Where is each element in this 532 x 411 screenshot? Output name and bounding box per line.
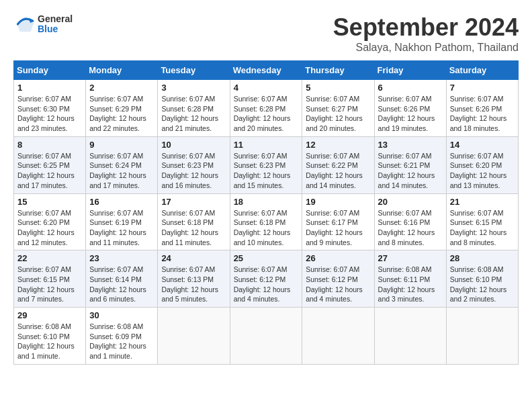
table-row: 21Sunrise: 6:07 AM Sunset: 6:15 PM Dayli… [446, 193, 518, 250]
day-number: 21 [450, 197, 515, 207]
calendar-week-row: 1Sunrise: 6:07 AM Sunset: 6:30 PM Daylig… [14, 80, 519, 137]
logo: General Blue [13, 13, 73, 35]
day-info: Sunrise: 6:07 AM Sunset: 6:20 PM Dayligh… [450, 151, 515, 191]
day-number: 4 [234, 83, 299, 93]
day-info: Sunrise: 6:07 AM Sunset: 6:18 PM Dayligh… [234, 208, 299, 248]
logo-general-text: General [38, 14, 73, 24]
table-row: 17Sunrise: 6:07 AM Sunset: 6:18 PM Dayli… [158, 193, 230, 250]
calendar-week-row: 15Sunrise: 6:07 AM Sunset: 6:20 PM Dayli… [14, 193, 519, 250]
day-info: Sunrise: 6:07 AM Sunset: 6:26 PM Dayligh… [378, 94, 443, 134]
table-row [158, 308, 230, 365]
day-info: Sunrise: 6:07 AM Sunset: 6:23 PM Dayligh… [234, 151, 299, 191]
day-info: Sunrise: 6:07 AM Sunset: 6:15 PM Dayligh… [450, 208, 515, 248]
table-row: 4Sunrise: 6:07 AM Sunset: 6:28 PM Daylig… [230, 80, 302, 137]
table-row: 22Sunrise: 6:07 AM Sunset: 6:15 PM Dayli… [14, 250, 86, 308]
page-header: General Blue September 2024 Salaya, Nakh… [13, 13, 519, 54]
day-number: 16 [89, 197, 154, 207]
table-row: 20Sunrise: 6:07 AM Sunset: 6:16 PM Dayli… [374, 193, 446, 250]
day-number: 15 [17, 197, 82, 207]
day-info: Sunrise: 6:07 AM Sunset: 6:28 PM Dayligh… [161, 94, 226, 134]
table-row: 11Sunrise: 6:07 AM Sunset: 6:23 PM Dayli… [230, 136, 302, 193]
calendar-table: Sunday Monday Tuesday Wednesday Thursday… [13, 60, 519, 365]
month-title: September 2024 [333, 13, 519, 42]
day-info: Sunrise: 6:07 AM Sunset: 6:21 PM Dayligh… [378, 151, 443, 191]
day-number: 20 [378, 197, 443, 207]
table-row: 10Sunrise: 6:07 AM Sunset: 6:23 PM Dayli… [158, 136, 230, 193]
day-number: 27 [378, 253, 443, 263]
table-row: 8Sunrise: 6:07 AM Sunset: 6:25 PM Daylig… [14, 136, 86, 193]
table-row: 29Sunrise: 6:08 AM Sunset: 6:10 PM Dayli… [14, 308, 86, 365]
day-info: Sunrise: 6:07 AM Sunset: 6:19 PM Dayligh… [89, 208, 154, 248]
table-row: 23Sunrise: 6:07 AM Sunset: 6:14 PM Dayli… [86, 250, 158, 308]
day-info: Sunrise: 6:07 AM Sunset: 6:28 PM Dayligh… [234, 94, 299, 134]
col-sunday: Sunday [14, 61, 86, 80]
table-row: 2Sunrise: 6:07 AM Sunset: 6:29 PM Daylig… [86, 80, 158, 137]
table-row: 7Sunrise: 6:07 AM Sunset: 6:26 PM Daylig… [446, 80, 518, 137]
table-row: 16Sunrise: 6:07 AM Sunset: 6:19 PM Dayli… [86, 193, 158, 250]
calendar-week-row: 22Sunrise: 6:07 AM Sunset: 6:15 PM Dayli… [14, 250, 519, 308]
table-row: 14Sunrise: 6:07 AM Sunset: 6:20 PM Dayli… [446, 136, 518, 193]
col-friday: Friday [374, 61, 446, 80]
day-info: Sunrise: 6:07 AM Sunset: 6:13 PM Dayligh… [161, 265, 226, 304]
col-tuesday: Tuesday [158, 61, 230, 80]
table-row [230, 308, 302, 365]
col-wednesday: Wednesday [230, 61, 302, 80]
day-number: 22 [17, 253, 82, 263]
table-row [302, 308, 374, 365]
table-row: 9Sunrise: 6:07 AM Sunset: 6:24 PM Daylig… [86, 136, 158, 193]
day-info: Sunrise: 6:07 AM Sunset: 6:24 PM Dayligh… [89, 151, 154, 191]
day-number: 28 [450, 253, 515, 263]
col-monday: Monday [86, 61, 158, 80]
calendar-week-row: 29Sunrise: 6:08 AM Sunset: 6:10 PM Dayli… [14, 308, 519, 365]
table-row: 19Sunrise: 6:07 AM Sunset: 6:17 PM Dayli… [302, 193, 374, 250]
table-row: 18Sunrise: 6:07 AM Sunset: 6:18 PM Dayli… [230, 193, 302, 250]
logo-text: General Blue [38, 14, 73, 35]
day-info: Sunrise: 6:07 AM Sunset: 6:15 PM Dayligh… [17, 265, 82, 304]
day-info: Sunrise: 6:07 AM Sunset: 6:27 PM Dayligh… [306, 94, 370, 134]
day-number: 2 [89, 83, 154, 93]
day-number: 7 [450, 83, 515, 93]
day-info: Sunrise: 6:07 AM Sunset: 6:23 PM Dayligh… [161, 151, 226, 191]
table-row: 15Sunrise: 6:07 AM Sunset: 6:20 PM Dayli… [14, 193, 86, 250]
table-row: 28Sunrise: 6:08 AM Sunset: 6:10 PM Dayli… [446, 250, 518, 308]
day-number: 12 [306, 140, 370, 150]
calendar-header-row: Sunday Monday Tuesday Wednesday Thursday… [14, 61, 519, 80]
col-saturday: Saturday [446, 61, 518, 80]
day-info: Sunrise: 6:08 AM Sunset: 6:09 PM Dayligh… [89, 322, 154, 361]
day-info: Sunrise: 6:08 AM Sunset: 6:10 PM Dayligh… [17, 322, 82, 361]
table-row: 25Sunrise: 6:07 AM Sunset: 6:12 PM Dayli… [230, 250, 302, 308]
day-number: 5 [306, 83, 370, 93]
logo-icon [13, 13, 35, 35]
title-area: September 2024 Salaya, Nakhon Pathom, Th… [333, 13, 519, 54]
table-row: 12Sunrise: 6:07 AM Sunset: 6:22 PM Dayli… [302, 136, 374, 193]
day-info: Sunrise: 6:07 AM Sunset: 6:12 PM Dayligh… [306, 265, 370, 304]
table-row: 1Sunrise: 6:07 AM Sunset: 6:30 PM Daylig… [14, 80, 86, 137]
day-number: 18 [234, 197, 299, 207]
day-info: Sunrise: 6:07 AM Sunset: 6:18 PM Dayligh… [161, 208, 226, 248]
day-number: 8 [17, 140, 82, 150]
day-number: 26 [306, 253, 370, 263]
table-row: 30Sunrise: 6:08 AM Sunset: 6:09 PM Dayli… [86, 308, 158, 365]
table-row: 24Sunrise: 6:07 AM Sunset: 6:13 PM Dayli… [158, 250, 230, 308]
day-info: Sunrise: 6:07 AM Sunset: 6:16 PM Dayligh… [378, 208, 443, 248]
day-info: Sunrise: 6:07 AM Sunset: 6:25 PM Dayligh… [17, 151, 82, 191]
table-row: 3Sunrise: 6:07 AM Sunset: 6:28 PM Daylig… [158, 80, 230, 137]
day-number: 1 [17, 83, 82, 93]
day-number: 9 [89, 140, 154, 150]
table-row: 6Sunrise: 6:07 AM Sunset: 6:26 PM Daylig… [374, 80, 446, 137]
day-info: Sunrise: 6:07 AM Sunset: 6:30 PM Dayligh… [17, 94, 82, 134]
table-row: 26Sunrise: 6:07 AM Sunset: 6:12 PM Dayli… [302, 250, 374, 308]
day-number: 6 [378, 83, 443, 93]
day-info: Sunrise: 6:07 AM Sunset: 6:14 PM Dayligh… [89, 265, 154, 304]
calendar-week-row: 8Sunrise: 6:07 AM Sunset: 6:25 PM Daylig… [14, 136, 519, 193]
day-number: 23 [89, 253, 154, 263]
day-number: 25 [234, 253, 299, 263]
logo-blue-text: Blue [38, 24, 73, 34]
day-number: 14 [450, 140, 515, 150]
day-number: 11 [234, 140, 299, 150]
table-row [374, 308, 446, 365]
day-number: 13 [378, 140, 443, 150]
day-number: 19 [306, 197, 370, 207]
day-info: Sunrise: 6:08 AM Sunset: 6:11 PM Dayligh… [378, 265, 443, 304]
day-number: 29 [17, 310, 82, 320]
